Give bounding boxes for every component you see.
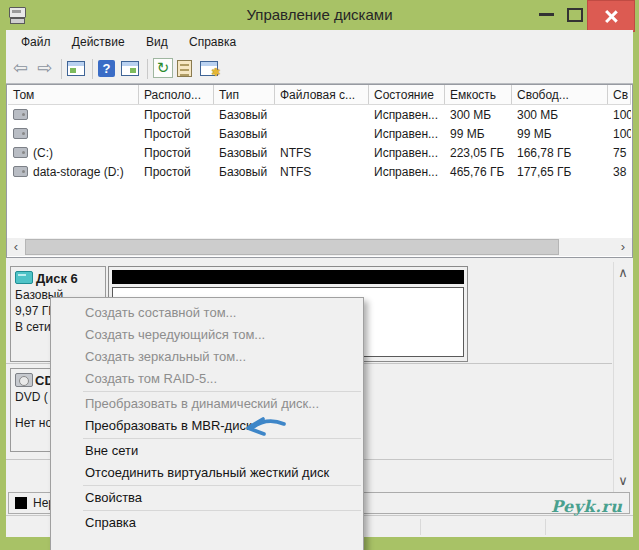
menu-separator bbox=[83, 391, 361, 392]
menu-item-create-mirrored: Создать зеркальный том... bbox=[51, 346, 363, 368]
maximize-button[interactable] bbox=[567, 8, 583, 22]
scroll-up-icon[interactable]: ∧ bbox=[614, 264, 632, 282]
menu-separator bbox=[83, 510, 361, 511]
volume-icon bbox=[13, 166, 28, 177]
toolbar-separator bbox=[147, 59, 148, 79]
refresh-icon[interactable]: ↻ bbox=[153, 58, 173, 78]
volume-icon bbox=[13, 147, 28, 158]
menu-item-help[interactable]: Справка bbox=[51, 512, 363, 534]
menu-item-offline[interactable]: Вне сети bbox=[51, 440, 363, 462]
table-row[interactable]: Простой Базовый Исправен... 99 МБ 99 МБ … bbox=[8, 125, 631, 144]
menu-item-properties[interactable]: Свойства bbox=[51, 487, 363, 509]
sparkle-icon: ✱ bbox=[211, 66, 220, 79]
menu-view[interactable]: Вид bbox=[137, 30, 177, 49]
horizontal-scrollbar[interactable]: ‹ › bbox=[7, 238, 632, 256]
volume-list-panel: Том Располо... Тип Файловая с... Состоян… bbox=[6, 84, 633, 258]
scroll-right-icon[interactable]: › bbox=[614, 238, 632, 256]
help-icon[interactable]: ? bbox=[98, 60, 115, 77]
toolbar-separator bbox=[61, 59, 62, 79]
console-tree-icon[interactable] bbox=[67, 61, 85, 76]
menu-file[interactable]: Файл bbox=[12, 30, 60, 49]
cdrom-icon bbox=[15, 373, 33, 387]
watermark: Peyk.ru bbox=[551, 497, 622, 516]
disk-management-window: Управление дисками Файл Действие Вид Спр… bbox=[0, 0, 639, 550]
column-header-capacity[interactable]: Емкость bbox=[445, 85, 512, 104]
menu-help[interactable]: Справка bbox=[180, 30, 245, 49]
menu-bar: Файл Действие Вид Справка bbox=[6, 30, 633, 54]
menu-item-convert-mbr[interactable]: Преобразовать в MBR-диск bbox=[51, 415, 363, 437]
menu-item-create-spanned: Создать составной том... bbox=[51, 302, 363, 324]
minimize-button[interactable] bbox=[539, 13, 554, 16]
forward-icon[interactable]: ⇨ bbox=[37, 57, 52, 79]
column-header-type[interactable]: Тип bbox=[214, 85, 275, 104]
table-row[interactable]: (C:) Простой Базовый NTFS Исправен... 22… bbox=[8, 144, 631, 163]
toolbar: ⇦ ⇨ ? ↻ ✱ bbox=[6, 54, 633, 84]
menu-separator bbox=[83, 438, 361, 439]
context-menu: Создать составной том... Создать чередую… bbox=[50, 297, 364, 550]
volume-table-header: Том Располо... Тип Файловая с... Состоян… bbox=[8, 85, 631, 105]
action-pane-icon[interactable] bbox=[121, 61, 139, 76]
volume-icon bbox=[13, 109, 28, 120]
back-icon[interactable]: ⇦ bbox=[13, 57, 28, 79]
title-bar: Управление дисками bbox=[0, 0, 639, 30]
menu-separator bbox=[83, 485, 361, 486]
menu-item-create-raid5: Создать том RAID-5... bbox=[51, 368, 363, 390]
unallocated-swatch bbox=[15, 497, 27, 509]
properties-icon[interactable] bbox=[177, 60, 192, 77]
statusbar-divider bbox=[545, 519, 546, 535]
column-header-freepct[interactable]: Св bbox=[608, 85, 631, 104]
column-header-status[interactable]: Состояние bbox=[369, 85, 445, 104]
scroll-left-icon[interactable]: ‹ bbox=[7, 238, 25, 256]
disk-icon bbox=[15, 271, 33, 284]
column-header-volume[interactable]: Том bbox=[8, 85, 139, 104]
menu-item-convert-dynamic: Преобразовать в динамический диск... bbox=[51, 393, 363, 415]
scroll-down-icon[interactable]: ∨ bbox=[614, 472, 632, 490]
table-row[interactable]: Простой Базовый Исправен... 300 МБ 300 М… bbox=[8, 106, 631, 125]
scrollbar-thumb[interactable] bbox=[25, 239, 559, 255]
vertical-scrollbar[interactable]: ∧ ∨ bbox=[613, 262, 632, 492]
close-button[interactable] bbox=[587, 0, 635, 32]
column-header-layout[interactable]: Располо... bbox=[139, 85, 214, 104]
menu-item-detach-vhd[interactable]: Отсоединить виртуальный жесткий диск bbox=[51, 462, 363, 484]
toolbar-separator bbox=[92, 59, 93, 79]
statusbar-divider bbox=[420, 519, 421, 535]
volume-icon bbox=[13, 128, 28, 139]
menu-item-create-striped: Создать чередующийся том... bbox=[51, 324, 363, 346]
table-row[interactable]: data-storage (D:) Простой Базовый NTFS И… bbox=[8, 163, 631, 182]
menu-action[interactable]: Действие bbox=[63, 30, 134, 49]
unallocated-strip bbox=[112, 270, 464, 284]
column-header-filesystem[interactable]: Файловая с... bbox=[275, 85, 369, 104]
column-header-free[interactable]: Свобод... bbox=[512, 85, 608, 104]
